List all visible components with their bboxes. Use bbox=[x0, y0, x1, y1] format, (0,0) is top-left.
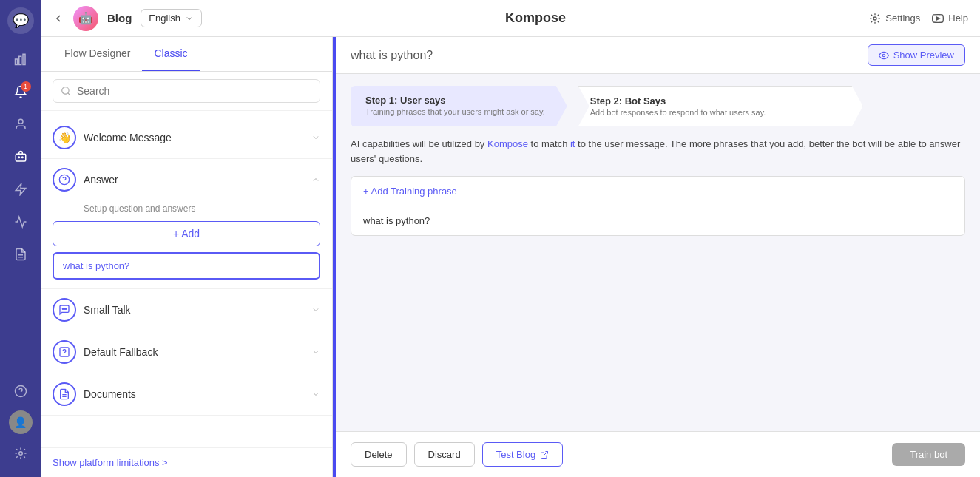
documents-icon bbox=[53, 382, 76, 406]
step-1: Step 1: User says Training phrases that … bbox=[351, 86, 567, 126]
settings-button[interactable]: Settings bbox=[869, 13, 920, 24]
svg-rect-2 bbox=[23, 54, 25, 64]
language-label: English bbox=[149, 13, 180, 24]
sidebar-tabs: Flow Designer Classic bbox=[41, 37, 332, 72]
documents-label: Documents bbox=[84, 388, 304, 400]
answer-description: Setup question and answers bbox=[53, 203, 320, 214]
nav-analytics[interactable] bbox=[7, 46, 34, 72]
show-preview-button[interactable]: Show Preview bbox=[868, 44, 965, 66]
welcome-label: Welcome Message bbox=[84, 132, 304, 143]
test-blog-label: Test Blog bbox=[496, 449, 535, 460]
svg-point-26 bbox=[882, 54, 885, 57]
welcome-chevron-icon bbox=[311, 133, 320, 142]
answer-label: Answer bbox=[84, 174, 304, 186]
test-blog-button[interactable]: Test Blog bbox=[482, 442, 563, 467]
svg-rect-1 bbox=[18, 56, 21, 64]
fallback-icon bbox=[53, 340, 76, 364]
svg-point-21 bbox=[65, 308, 66, 309]
eye-icon bbox=[879, 50, 889, 61]
kompose-highlight: Kompose bbox=[487, 138, 528, 149]
action-bar: Delete Discard Test Blog Train bot bbox=[336, 431, 980, 477]
smalltalk-section-header[interactable]: Small Talk bbox=[41, 289, 332, 331]
sidebar: Flow Designer Classic 👋 Welcome Message bbox=[41, 37, 333, 477]
show-limitations-link[interactable]: Show platform limitations > bbox=[53, 457, 320, 468]
panel-header: what is python? Show Preview bbox=[336, 37, 980, 74]
sidebar-items: 👋 Welcome Message Answer bbox=[41, 111, 332, 447]
it-highlight: it bbox=[570, 138, 575, 149]
nav-bot[interactable] bbox=[7, 143, 34, 170]
nav-logo: 💬 bbox=[7, 7, 34, 34]
section-welcome: 👋 Welcome Message bbox=[41, 117, 332, 159]
nav-users[interactable] bbox=[7, 111, 34, 138]
discard-button[interactable]: Discard bbox=[414, 442, 475, 467]
answer-icon bbox=[53, 168, 76, 192]
search-input[interactable] bbox=[77, 85, 312, 97]
svg-point-19 bbox=[62, 308, 63, 309]
delete-button[interactable]: Delete bbox=[351, 442, 407, 467]
tab-classic[interactable]: Classic bbox=[142, 37, 199, 71]
svg-rect-4 bbox=[16, 154, 26, 161]
settings-label: Settings bbox=[885, 13, 920, 24]
svg-line-16 bbox=[68, 93, 70, 95]
add-answer-button[interactable]: + Add bbox=[53, 221, 320, 246]
nav-reports[interactable] bbox=[7, 241, 34, 268]
user-avatar[interactable]: 👤 bbox=[9, 410, 33, 434]
top-header: 🤖 Blog English Kompose Settings Help bbox=[41, 0, 980, 37]
smalltalk-label: Small Talk bbox=[84, 304, 304, 316]
svg-point-13 bbox=[873, 17, 876, 20]
main-panel: what is python? Show Preview Step 1: Use… bbox=[336, 37, 980, 477]
nav-alerts[interactable]: 1 bbox=[7, 78, 34, 105]
nav-settings[interactable] bbox=[7, 440, 34, 467]
nav-help[interactable] bbox=[7, 378, 34, 405]
back-button[interactable] bbox=[53, 13, 64, 24]
steps-bar: Step 1: User says Training phrases that … bbox=[336, 74, 980, 126]
panel-title-bar: what is python? Show Preview bbox=[351, 44, 965, 66]
welcome-section-header[interactable]: 👋 Welcome Message bbox=[41, 117, 332, 158]
documents-section-header[interactable]: Documents bbox=[41, 373, 332, 415]
welcome-icon: 👋 bbox=[53, 126, 76, 149]
svg-point-6 bbox=[21, 157, 23, 158]
step2-desc: Add bot responses to respond to what use… bbox=[590, 108, 840, 117]
training-phrase-0: what is python? bbox=[351, 206, 964, 235]
step1-title: Step 1: User says bbox=[365, 95, 545, 106]
help-button[interactable]: Help bbox=[932, 13, 968, 24]
nav-campaigns[interactable] bbox=[7, 209, 34, 235]
notification-badge: 1 bbox=[21, 81, 31, 92]
header-right: Settings Help bbox=[869, 13, 968, 24]
section-smalltalk: Small Talk bbox=[41, 289, 332, 331]
ai-description: AI capabilities will be utilized by Komp… bbox=[336, 126, 980, 176]
tab-flow-designer[interactable]: Flow Designer bbox=[53, 37, 142, 71]
fallback-section-header[interactable]: Default Fallback bbox=[41, 331, 332, 373]
section-fallback: Default Fallback bbox=[41, 331, 332, 373]
fallback-chevron-icon bbox=[311, 348, 320, 356]
svg-point-15 bbox=[62, 87, 69, 94]
svg-line-27 bbox=[544, 451, 548, 456]
left-nav: 💬 1 👤 bbox=[0, 0, 41, 477]
content-area: Flow Designer Classic 👋 Welcome Message bbox=[41, 37, 980, 477]
svg-point-5 bbox=[18, 157, 20, 158]
language-dropdown[interactable]: English bbox=[141, 9, 202, 27]
fallback-label: Default Fallback bbox=[84, 346, 304, 358]
search-icon bbox=[61, 86, 71, 96]
help-label: Help bbox=[948, 13, 968, 24]
answer-item-0[interactable]: what is python? bbox=[53, 252, 320, 280]
main-container: 🤖 Blog English Kompose Settings Help Flo… bbox=[41, 0, 980, 477]
search-wrapper bbox=[53, 79, 320, 103]
train-bot-button[interactable]: Train bot bbox=[892, 443, 965, 466]
svg-rect-0 bbox=[15, 59, 17, 65]
svg-marker-7 bbox=[16, 184, 26, 195]
nav-integrations[interactable] bbox=[7, 176, 34, 203]
step2-title: Step 2: Bot Says bbox=[590, 95, 840, 106]
external-link-icon bbox=[540, 450, 549, 459]
panel-current-title: what is python? bbox=[351, 49, 433, 62]
svg-marker-14 bbox=[937, 16, 940, 19]
add-training-phrase-button[interactable]: + Add Training phrase bbox=[351, 177, 964, 206]
answer-chevron-icon bbox=[311, 175, 320, 184]
show-preview-label: Show Preview bbox=[893, 50, 954, 61]
answer-section-header[interactable]: Answer bbox=[41, 159, 332, 200]
sidebar-search bbox=[41, 72, 332, 111]
smalltalk-icon bbox=[53, 298, 76, 322]
bot-avatar: 🤖 bbox=[73, 6, 98, 31]
bot-name: Blog bbox=[107, 12, 132, 24]
svg-point-20 bbox=[64, 308, 64, 309]
